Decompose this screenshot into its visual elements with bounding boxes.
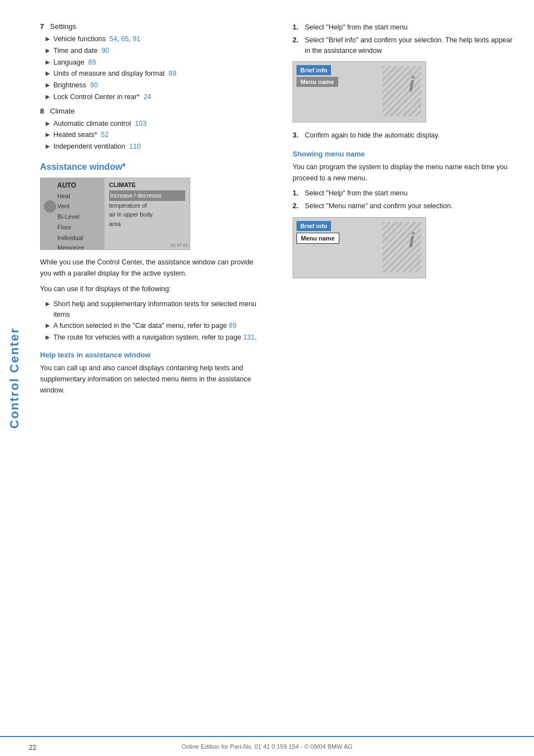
arrow-icon: ▶	[46, 321, 50, 330]
list-item: ▶ Lock Control Center in rear* 24	[46, 92, 265, 102]
arrow-icon: ▶	[46, 142, 50, 150]
section7-title: Settings	[50, 22, 76, 31]
assistance-body-text2: You can use it for displays of the follo…	[40, 283, 265, 294]
item-text: Units of measure and display format 89	[53, 68, 176, 79]
brief-info-box-1: Brief info Menu name i	[293, 61, 426, 122]
selected-text: Increase / decrease	[109, 190, 185, 201]
list-item: ▶ Units of measure and display format 89	[46, 68, 265, 79]
link[interactable]: 89	[88, 58, 96, 66]
item-text: Independent ventilation 110	[53, 141, 141, 152]
step-text: Select "Menu name" and confirm your sele…	[305, 201, 453, 212]
step-text: Select "Brief info" and confirm your sel…	[305, 35, 517, 56]
link[interactable]: 65	[121, 35, 129, 43]
item-text: A function selected in the "Car data" me…	[53, 321, 236, 331]
step-text: Select "Help" from the start menu	[305, 22, 408, 33]
arrow-icon: ▶	[46, 46, 50, 55]
list-item: ▶ Time and date 90	[46, 46, 265, 56]
arrow-icon: ▶	[46, 35, 50, 43]
item-text: Heated seats* 52	[53, 130, 108, 140]
section8-title: Climate	[50, 107, 75, 115]
assistance-body-text1: While you use the Control Center, the as…	[40, 257, 265, 279]
section7-header: 7 Settings	[40, 22, 265, 31]
item-text: Brightness 90	[53, 80, 98, 91]
step-item: 1. Select "Help" from the start menu	[293, 22, 517, 33]
step-number: 3.	[293, 130, 301, 141]
menu-name-selected-bar: Menu name	[296, 233, 339, 244]
menu-item: Individual	[57, 233, 100, 243]
link[interactable]: 89	[229, 322, 236, 330]
link[interactable]: 91	[132, 35, 140, 43]
link[interactable]: 90	[90, 81, 98, 89]
list-item: ▶ Language 89	[46, 57, 265, 68]
list-item: ▶ Heated seats* 52	[46, 130, 265, 140]
list-item: ▶ The route for vehicles with a navigati…	[46, 332, 265, 343]
arrow-icon: ▶	[46, 333, 50, 341]
step-item: 2. Select "Brief info" and confirm your …	[293, 35, 517, 56]
step-number: 2.	[293, 201, 301, 212]
arrow-icon: ▶	[46, 119, 50, 127]
sidebar-title: Control Center	[7, 327, 22, 429]
brief-info-label-2: Brief info	[296, 221, 331, 231]
link[interactable]: 103	[135, 120, 147, 127]
menu-items: Heat Vent Bi-Level Floor Individual Memo…	[57, 191, 100, 250]
help-texts-heading: Help texts in assistance window	[40, 351, 265, 359]
menu-item: Heat	[57, 191, 100, 202]
climate-text: Increase / decrease temperature of air i…	[109, 190, 185, 229]
item-text: Automatic climate control 103	[53, 119, 146, 129]
climate-line: air in upper body	[109, 210, 185, 219]
climate-label: CLIMATE	[109, 181, 185, 188]
list-item: ▶ Automatic climate control 103	[46, 119, 265, 129]
showing-menu-steps: 1. Select "Help" from the start menu 2. …	[293, 188, 517, 212]
link[interactable]: 52	[101, 131, 108, 139]
screenshot-left-panel: AUTO Heat Vent Bi-Level Floor Individual…	[41, 178, 105, 249]
link[interactable]: 24	[144, 93, 151, 101]
screenshot-right-panel: CLIMATE Increase / decrease temperature …	[105, 178, 190, 249]
link[interactable]: 110	[129, 143, 141, 150]
showing-menu-body: You can program the system to display th…	[293, 161, 517, 184]
right-column: 1. Select "Help" from the start menu 2. …	[287, 22, 517, 723]
page-number: 22	[29, 744, 36, 752]
link[interactable]: 131	[243, 333, 255, 341]
assistance-window-heading: Assistance window*	[40, 162, 265, 172]
arrow-icon: ▶	[46, 300, 50, 308]
menu-item: Bi-Level	[57, 212, 100, 222]
step-item: 1. Select "Help" from the start menu	[293, 188, 517, 199]
arrow-icon: ▶	[46, 130, 50, 139]
steps-list1: 1. Select "Help" from the start menu 2. …	[293, 22, 517, 56]
list-item: ▶ Vehicle functions 54, 65, 91	[46, 34, 265, 45]
climate-line: area	[109, 219, 185, 229]
section7-number: 7	[40, 22, 44, 31]
link[interactable]: 90	[101, 47, 109, 55]
menu-item: Vent	[57, 201, 100, 212]
step-number: 1.	[293, 188, 301, 199]
link[interactable]: 89	[169, 70, 176, 77]
link[interactable]: 54	[110, 35, 117, 43]
menu-item: Floor	[57, 222, 100, 233]
sidebar: Control Center	[0, 0, 29, 756]
main-content: 7 Settings ▶ Vehicle functions 54, 65, 9…	[29, 0, 534, 756]
brief-info-label: Brief info	[296, 65, 331, 75]
step-number: 2.	[293, 35, 301, 46]
climate-line: temperature of	[109, 201, 185, 210]
item-text: Language 89	[53, 57, 96, 68]
auto-label: AUTO	[57, 181, 100, 189]
item-text: The route for vehicles with a navigation…	[53, 332, 257, 343]
item-text: Vehicle functions 54, 65, 91	[53, 34, 140, 45]
step-item: 3. Confirm again to hide the automatic d…	[293, 130, 517, 141]
showing-menu-name-heading: Showing menu name	[293, 150, 517, 158]
footer-text: Online Edition for Part-No. 01 41 0 159 …	[181, 743, 353, 750]
page-container: Control Center 7 Settings ▶ Vehicle func…	[0, 0, 534, 756]
brief-info-box-2: Brief info Menu name i	[293, 217, 426, 278]
page-footer: 22 Online Edition for Part-No. 01 41 0 1…	[0, 736, 534, 756]
list-item: ▶ Brightness 90	[46, 80, 265, 91]
arrow-icon: ▶	[46, 92, 50, 101]
user-icon	[44, 200, 56, 213]
screenshot-number: 01 47 01	[171, 243, 188, 248]
assistance-bullet-list: ▶ Short help and supplementary informati…	[40, 299, 265, 343]
arrow-icon: ▶	[46, 58, 50, 66]
left-column: 7 Settings ▶ Vehicle functions 54, 65, 9…	[40, 22, 270, 723]
list-item: ▶ A function selected in the "Car data" …	[46, 321, 265, 331]
item-text: Time and date 90	[53, 46, 109, 56]
menu-item: Memorize	[57, 243, 100, 250]
section8-list: ▶ Automatic climate control 103 ▶ Heated…	[40, 119, 265, 152]
